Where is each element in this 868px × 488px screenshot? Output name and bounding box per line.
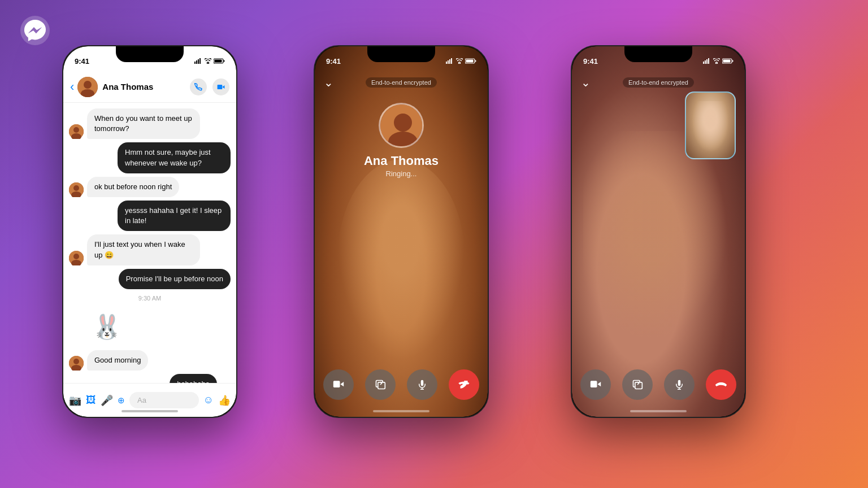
svg-rect-27: [451, 58, 452, 64]
status-icons-1: [194, 58, 225, 64]
like-icon[interactable]: 👍: [218, 394, 231, 407]
status-icons-3: [703, 58, 734, 64]
video-call-button[interactable]: [212, 79, 229, 95]
message-bubble: Good morning: [87, 350, 148, 371]
message-row: Hmm not sure, maybe just whenever we wak…: [69, 142, 231, 173]
phone-video-inner: 9:41 ⌄ End-to-end encrypted Ana Thomas R…: [315, 46, 488, 417]
sticker: 🐰: [87, 307, 127, 347]
message-row: When do you want to meet up tomorrow?: [69, 108, 231, 139]
video-toggle-button-3[interactable]: [580, 369, 611, 400]
notch-3: [624, 46, 692, 62]
call-controls-3: [572, 369, 745, 400]
svg-rect-2: [196, 60, 197, 64]
msg-avatar: [69, 251, 84, 265]
chat-header: ‹ Ana Thomas: [63, 71, 236, 103]
pip-face-overlay: [692, 101, 729, 152]
svg-rect-1: [194, 62, 196, 64]
svg-rect-24: [446, 62, 447, 64]
home-indicator-3: [630, 410, 687, 412]
phone-chat-inner: 9:41 ‹ Ana Thomas: [63, 46, 236, 417]
svg-rect-30: [466, 60, 474, 63]
video-toggle-button[interactable]: [323, 369, 354, 400]
end-call-button[interactable]: [449, 369, 479, 400]
call-header-bar-3: ⌄ End-to-end encrypted: [572, 71, 745, 94]
call-controls: [315, 369, 488, 400]
svg-rect-43: [723, 60, 731, 63]
svg-point-19: [73, 254, 79, 259]
flip-camera-button[interactable]: [365, 369, 396, 400]
encrypted-label-3: End-to-end encrypted: [623, 77, 694, 88]
message-row: I'll just text you when I wake up 😄: [69, 234, 231, 265]
signal-icon-2: [446, 58, 454, 64]
video-background: [315, 46, 488, 417]
mute-button-3[interactable]: [664, 369, 695, 400]
svg-rect-26: [449, 59, 450, 64]
svg-rect-7: [215, 60, 222, 63]
end-call-button-3[interactable]: [706, 369, 736, 400]
phone-active-call: 9:41 ⌄ End-to-end encrypted: [571, 45, 746, 418]
back-button[interactable]: ‹: [70, 80, 74, 94]
message-bubble: hahahaha: [170, 374, 217, 383]
svg-rect-39: [706, 59, 708, 64]
whatsapp-icon[interactable]: ⊕: [118, 395, 125, 406]
contact-avatar: [77, 77, 98, 97]
svg-rect-3: [198, 59, 199, 64]
svg-rect-11: [218, 84, 223, 89]
svg-point-9: [84, 81, 92, 89]
audio-icon[interactable]: 🎤: [101, 394, 113, 407]
caller-avatar: [379, 103, 424, 148]
chat-body: When do you want to meet up tomorrow? Hm…: [63, 103, 236, 383]
svg-rect-25: [448, 60, 449, 64]
svg-rect-4: [199, 58, 201, 64]
emoji-icon[interactable]: ☺: [203, 394, 214, 406]
call-back-button[interactable]: ⌄: [324, 76, 333, 89]
camera-icon[interactable]: 📷: [69, 394, 81, 407]
message-row: yessss hahaha I get it! I sleep in late!: [69, 201, 231, 231]
phone-chat: 9:41 ‹ Ana Thomas: [62, 45, 237, 418]
svg-rect-34: [333, 381, 340, 387]
input-placeholder: Aa: [137, 396, 146, 404]
message-bubble: When do you want to meet up tomorrow?: [87, 108, 200, 139]
svg-rect-38: [705, 60, 706, 64]
encrypted-label: End-to-end encrypted: [366, 77, 437, 88]
svg-point-13: [73, 127, 79, 133]
phone-call-button[interactable]: [190, 79, 207, 95]
svg-point-16: [73, 185, 79, 191]
time-separator: 9:30 AM: [69, 295, 231, 302]
status-time-3: 9:41: [583, 57, 598, 66]
message-row: ok but before noon right: [69, 177, 231, 197]
wifi-icon-3: [713, 58, 720, 64]
msg-avatar: [69, 356, 84, 371]
battery-icon: [214, 58, 225, 64]
msg-avatar: [69, 182, 84, 197]
mute-button[interactable]: [407, 369, 437, 400]
svg-rect-40: [708, 58, 709, 64]
svg-rect-6: [224, 60, 225, 62]
signal-icon: [194, 58, 202, 64]
message-bubble: Hmm not sure, maybe just whenever we wak…: [118, 142, 231, 173]
home-indicator-2: [373, 410, 429, 412]
call-back-button-3[interactable]: ⌄: [581, 76, 591, 89]
notch-1: [116, 46, 184, 62]
sticker-area: 🐰: [69, 307, 231, 347]
chat-header-icons: [190, 79, 229, 95]
status-time-2: 9:41: [326, 57, 341, 66]
message-row: Promise I'll be up before noon: [69, 269, 231, 289]
signal-icon-3: [703, 58, 711, 64]
svg-rect-29: [475, 60, 476, 62]
status-time-1: 9:41: [75, 57, 89, 66]
call-header-bar: ⌄ End-to-end encrypted: [315, 71, 488, 94]
message-bubble: yessss hahaha I get it! I sleep in late!: [118, 201, 231, 231]
wifi-icon-2: [456, 58, 463, 64]
caller-status: Ringing...: [315, 169, 488, 178]
message-bubble: Promise I'll be up before noon: [119, 269, 231, 289]
caller-name: Ana Thomas: [315, 154, 488, 168]
phone-video-call: 9:41 ⌄ End-to-end encrypted Ana Thomas R…: [314, 45, 489, 418]
notch-2: [367, 46, 435, 62]
gallery-icon[interactable]: 🖼: [86, 394, 96, 406]
message-input[interactable]: Aa: [129, 392, 199, 408]
message-bubble: ok but before noon right: [87, 177, 179, 197]
flip-camera-button-3[interactable]: [622, 369, 653, 400]
svg-point-22: [73, 359, 79, 364]
pip-self-view[interactable]: [685, 91, 736, 159]
